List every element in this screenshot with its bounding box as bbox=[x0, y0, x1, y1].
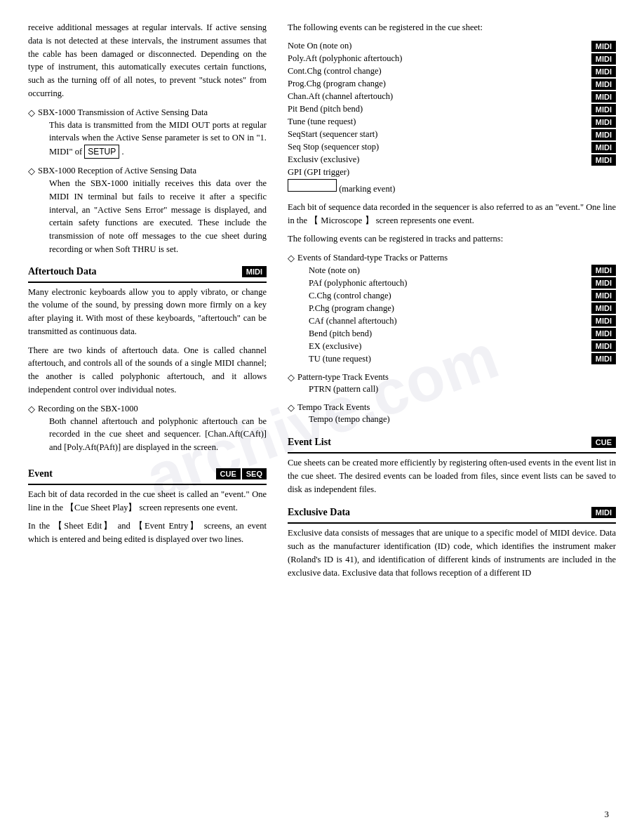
midi-badge: MIDI bbox=[591, 129, 616, 140]
event-badge-cell: MIDI bbox=[584, 128, 616, 141]
exclusive-data-heading: Exclusive Data bbox=[288, 507, 350, 518]
aftertouch-section-header: Aftertouch Data MIDI bbox=[28, 266, 267, 277]
sequence-para2: The following events can be registered i… bbox=[288, 232, 616, 246]
event-badge-cell: MIDI bbox=[584, 277, 616, 289]
pattern-track-section: ◇ Pattern-type Track Events PTRN (patter… bbox=[288, 372, 616, 395]
event-badge-cell: MIDI bbox=[584, 340, 616, 352]
event-label: Cont.Chg (control change) bbox=[288, 65, 584, 78]
exclusive-data-para: Exclusive data consists of messages that… bbox=[288, 527, 616, 579]
cue-events-table: Note On (note on) MIDI Poly.Aft (polypho… bbox=[288, 40, 616, 195]
aftertouch-midi-badge: MIDI bbox=[242, 266, 267, 277]
sbx-receive-para: When the SBX-1000 initially receives thi… bbox=[49, 177, 267, 256]
event-label: Pit Bend (pitch bend) bbox=[288, 103, 584, 116]
sbx-transmit-title: SBX-1000 Transmission of Active Sensing … bbox=[38, 107, 208, 118]
event-label: Note On (note on) bbox=[288, 40, 584, 53]
event-badge-cell: MIDI bbox=[584, 315, 616, 327]
midi-badge: MIDI bbox=[591, 315, 616, 326]
event-label: Poly.Aft (polyphonic aftertouch) bbox=[288, 53, 584, 65]
event-section-header: Event CUE SEQ bbox=[28, 468, 267, 479]
table-row: Prog.Chg (program change) MIDI bbox=[288, 78, 616, 91]
diamond-icon: ◇ bbox=[28, 166, 35, 177]
event-badge-cell: MIDI bbox=[584, 264, 616, 277]
event-badge-cell: MIDI bbox=[584, 65, 616, 78]
standard-tracks-table: Note (note on) MIDI PAf (polyphonic afte… bbox=[309, 264, 616, 365]
event-seq-badge: SEQ bbox=[242, 468, 267, 479]
exclusive-data-section-header: Exclusive Data MIDI bbox=[288, 507, 616, 518]
midi-badge: MIDI bbox=[591, 104, 616, 115]
table-row: Bend (pitch bend) MIDI bbox=[309, 327, 616, 340]
event-badge-cell: MIDI bbox=[584, 103, 616, 116]
event-badge-cell: MIDI bbox=[584, 141, 616, 154]
section-divider bbox=[28, 484, 267, 485]
event-label: Tune (tune request) bbox=[288, 116, 584, 128]
table-row: CAf (channel aftertouch) MIDI bbox=[309, 315, 616, 327]
event-label: Seq Stop (sequencer stop) bbox=[288, 141, 584, 154]
aftertouch-heading: Aftertouch Data bbox=[28, 266, 97, 277]
table-row: Chan.Aft (channel aftertouch) MIDI bbox=[288, 91, 616, 103]
event-label: Exclusiv (exclusive) bbox=[288, 154, 584, 166]
table-row: Seq Stop (sequencer stop) MIDI bbox=[288, 141, 616, 154]
event-heading: Event bbox=[28, 468, 53, 479]
event-label: SeqStart (sequencer start) bbox=[288, 128, 584, 141]
event-badge-cell: MIDI bbox=[584, 53, 616, 65]
midi-badge: MIDI bbox=[591, 91, 616, 102]
standard-tracks-section: ◇ Events of Standard-type Tracks or Patt… bbox=[288, 253, 616, 365]
event-label: P.Chg (program change) bbox=[309, 302, 584, 315]
diamond-icon: ◇ bbox=[288, 253, 295, 264]
event-badge-cell: MIDI bbox=[584, 91, 616, 103]
sequence-para1: Each bit of sequence data recorded in th… bbox=[288, 201, 616, 227]
table-row: Cont.Chg (control change) MIDI bbox=[288, 65, 616, 78]
table-row: P.Chg (program change) MIDI bbox=[309, 302, 616, 315]
page-number: 3 bbox=[605, 809, 610, 820]
event-label: PTRN (pattern call) bbox=[309, 383, 584, 395]
table-row: Tempo (tempo change) bbox=[309, 413, 616, 425]
midi-badge: MIDI bbox=[591, 265, 616, 276]
midi-badge: MIDI bbox=[591, 328, 616, 339]
table-row: C.Chg (control change) MIDI bbox=[309, 289, 616, 302]
event-badge-cell: MIDI bbox=[584, 302, 616, 315]
event-label: TU (tune request) bbox=[309, 352, 584, 365]
cue-intro: The following events can be registered i… bbox=[288, 21, 616, 34]
diamond-icon: ◇ bbox=[288, 372, 295, 383]
event-label: Bend (pitch bend) bbox=[309, 327, 584, 340]
sbx-transmit-section: ◇ SBX-1000 Transmission of Active Sensin… bbox=[28, 107, 267, 159]
event-list-para: Cue sheets can be created more efficient… bbox=[288, 456, 616, 496]
event-label: PAf (polyphonic aftertouch) bbox=[309, 277, 584, 289]
event-badge-cell bbox=[584, 383, 616, 395]
event-badge-cell: MIDI bbox=[584, 116, 616, 128]
event-para2: In the 【Sheet Edit】 and 【Event Entry】 sc… bbox=[28, 519, 267, 546]
event-badge-cell: MIDI bbox=[584, 154, 616, 166]
tempo-track-title: Tempo Track Events bbox=[297, 402, 370, 413]
recording-section: ◇ Recording on the SBX-1000 Both channel… bbox=[28, 404, 267, 454]
event-list-heading: Event List bbox=[288, 437, 331, 448]
aftertouch-para2: There are two kinds of aftertouch data. … bbox=[28, 344, 267, 397]
standard-tracks-title: Events of Standard-type Tracks or Patter… bbox=[297, 253, 448, 263]
section-divider bbox=[288, 522, 616, 524]
midi-badge: MIDI bbox=[591, 66, 616, 77]
event-label: CAf (channel aftertouch) bbox=[309, 315, 584, 327]
diamond-icon: ◇ bbox=[288, 402, 295, 413]
marking-box bbox=[288, 179, 337, 192]
table-row: (marking event) bbox=[288, 178, 616, 195]
setup-box: SETUP bbox=[84, 145, 119, 159]
table-row: GPI (GPI trigger) bbox=[288, 166, 616, 178]
midi-badge: MIDI bbox=[591, 303, 616, 314]
pattern-track-table: PTRN (pattern call) bbox=[309, 383, 616, 395]
event-badge-cell: MIDI bbox=[584, 289, 616, 302]
midi-badge: MIDI bbox=[591, 41, 616, 52]
table-row: Pit Bend (pitch bend) MIDI bbox=[288, 103, 616, 116]
event-list-section-header: Event List CUE bbox=[288, 437, 616, 448]
marking-text: (marking event) bbox=[339, 184, 395, 194]
event-badge-cell: MIDI bbox=[584, 78, 616, 91]
aftertouch-para1: Many electronic keyboards allow you to a… bbox=[28, 286, 267, 338]
diamond-icon: ◇ bbox=[28, 107, 35, 119]
sbx-transmit-para: This data is transmitted from the MIDI O… bbox=[49, 119, 267, 159]
midi-badge: MIDI bbox=[591, 142, 616, 153]
event-badge-cell: MIDI bbox=[584, 327, 616, 340]
midi-badge: MIDI bbox=[591, 353, 616, 364]
table-row: EX (exclusive) MIDI bbox=[309, 340, 616, 352]
event-label: GPI (GPI trigger) bbox=[288, 166, 584, 178]
pattern-track-title: Pattern-type Track Events bbox=[297, 372, 389, 383]
event-badge-cell bbox=[584, 178, 616, 195]
sbx-receive-title: SBX-1000 Reception of Active Sensing Dat… bbox=[38, 166, 196, 176]
